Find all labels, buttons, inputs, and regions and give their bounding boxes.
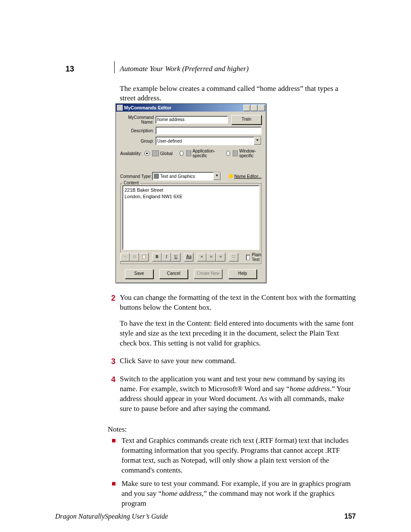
notes-heading: Notes:: [108, 425, 127, 434]
chevron-down-icon[interactable]: ▼: [213, 172, 221, 180]
radio-icon: [226, 151, 230, 156]
chevron-down-icon[interactable]: ▼: [254, 137, 261, 145]
underline-button[interactable]: U: [171, 253, 181, 261]
align-right-button[interactable]: ≡: [216, 253, 225, 261]
app-label: Application-specific: [193, 149, 219, 158]
notes-bullets: Text and Graphics commands create rich t…: [112, 436, 358, 512]
text-graphics-icon: [154, 174, 159, 179]
titlebar: MyCommands Editor _ □ ×: [116, 104, 266, 112]
chapter-title: Automate Your Work (Preferred and higher…: [120, 65, 249, 73]
bold-button[interactable]: B: [152, 253, 162, 261]
lightbulb-icon: [229, 174, 233, 178]
checkbox-icon: [246, 255, 250, 260]
window-label: Window-specific: [239, 149, 262, 158]
availability-label: Availability:: [120, 151, 142, 156]
page-number: 157: [344, 513, 356, 520]
name-editor-label: Name Editor...: [234, 174, 262, 179]
content-legend: Content: [122, 180, 140, 185]
align-center-button[interactable]: ≡: [206, 253, 216, 261]
name-input[interactable]: home address: [156, 116, 228, 124]
save-button[interactable]: Save: [125, 269, 153, 279]
step-number: 3: [107, 356, 120, 367]
copy-button[interactable]: ⧉: [130, 253, 139, 261]
content-fieldset: Content 221B Baker Street London, Englan…: [120, 183, 262, 264]
availability-global-option[interactable]: Global: [142, 150, 173, 156]
content-textarea[interactable]: 221B Baker Street London, England NW1 6X…: [122, 185, 259, 250]
description-input[interactable]: [156, 127, 262, 134]
command-type-dropdown[interactable]: Text and Graphics ▼: [152, 172, 221, 180]
group-value: User-defined: [157, 139, 182, 143]
radio-icon: [180, 151, 184, 156]
note-bullet-2: Make sure to test your command. For exam…: [112, 479, 358, 509]
step-2: 2 You can change the formatting of the t…: [107, 293, 357, 348]
help-button[interactable]: Help: [228, 269, 257, 279]
paste-button[interactable]: 📋: [139, 253, 149, 261]
note-2-text: Make sure to test your command. For exam…: [121, 479, 358, 509]
window-icon: [233, 150, 238, 156]
step-3-p1: Click Save to save your new command.: [120, 356, 357, 367]
command-type-label: Command Type:: [120, 174, 152, 179]
plain-text-checkbox[interactable]: Plain Text: [246, 252, 263, 262]
note-bullet-1: Text and Graphics commands create rich t…: [112, 436, 358, 476]
cut-button[interactable]: ✂: [120, 253, 130, 261]
font-button[interactable]: Aa: [184, 253, 193, 261]
close-button[interactable]: ×: [258, 105, 265, 111]
bullet-icon: [112, 482, 115, 485]
availability-window-option[interactable]: Window-specific: [224, 149, 262, 158]
window-title: MyCommands Editor: [124, 105, 243, 110]
mycommands-editor-dialog: MyCommands Editor _ □ × MyCommand Name: …: [115, 103, 266, 283]
name-label: MyCommand Name:: [120, 115, 156, 124]
italic-button[interactable]: I: [162, 253, 171, 261]
align-left-button[interactable]: ≡: [197, 253, 206, 261]
availability-app-option[interactable]: Application-specific: [177, 149, 219, 158]
step-4: 4 Switch to the application you want and…: [107, 374, 357, 414]
global-label: Global: [160, 151, 173, 156]
bullet-list-button[interactable]: ∷: [229, 253, 238, 261]
maximize-button[interactable]: □: [251, 105, 258, 111]
group-label: Group:: [120, 139, 156, 143]
globe-icon: [152, 150, 159, 156]
step-number: 2: [107, 293, 120, 348]
name-editor-link[interactable]: Name Editor...: [229, 174, 262, 179]
header-divider: [114, 61, 115, 73]
command-type-value: Text and Graphics: [160, 174, 195, 179]
step-number: 4: [107, 374, 120, 414]
step-2-p2: To have the text in the Content: field e…: [120, 319, 357, 348]
step-2-p1: You can change the formatting of the tex…: [120, 293, 357, 313]
radio-selected-icon: [144, 151, 149, 156]
bullet-icon: [112, 439, 115, 442]
steps-list: 2 You can change the formatting of the t…: [107, 293, 357, 422]
description-label: Description:: [120, 128, 156, 133]
train-button[interactable]: Train: [231, 115, 262, 124]
formatting-toolbar: ✂ ⧉ 📋 B I U Aa ≡ ≡ ≡: [122, 252, 259, 262]
plain-text-label: Plain Text: [252, 252, 263, 262]
cancel-button[interactable]: Cancel: [159, 269, 188, 279]
intro-paragraph: The example below creates a command call…: [120, 84, 355, 103]
group-dropdown[interactable]: User-defined ▼: [156, 137, 262, 145]
step-3: 3 Click Save to save your new command.: [107, 356, 357, 367]
create-new-button[interactable]: Create New: [194, 269, 222, 279]
app-icon: [117, 105, 123, 111]
application-icon: [186, 150, 191, 156]
minimize-button[interactable]: _: [243, 105, 250, 111]
footer-guide-title: Dragon NaturallySpeaking User’s Guide: [55, 513, 168, 520]
note-1-text: Text and Graphics commands create rich t…: [121, 436, 358, 476]
chapter-number: 13: [65, 65, 74, 74]
step-4-body: Switch to the application you want and t…: [120, 374, 357, 414]
